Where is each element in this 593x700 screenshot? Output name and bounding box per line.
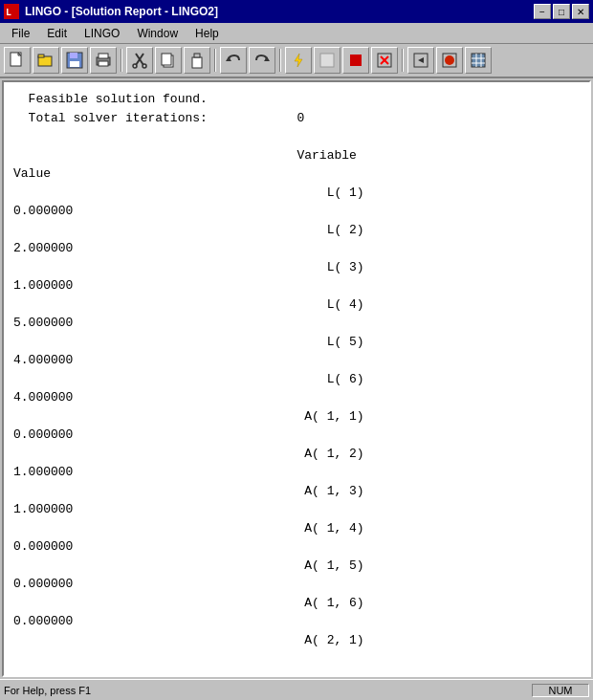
svg-point-14 xyxy=(133,64,137,68)
svg-point-31 xyxy=(445,55,454,65)
separator-3 xyxy=(279,49,281,72)
row-1-val: 0.000000 xyxy=(13,202,580,221)
num-panel: NUM xyxy=(532,684,589,697)
app-icon: L xyxy=(4,4,19,19)
window-controls: − □ ✕ xyxy=(534,4,589,19)
row-13-var: A( 2, 1) xyxy=(13,631,580,650)
title-bar: L LINGO - [Solution Report - LINGO2] − □… xyxy=(0,0,593,23)
options-button[interactable] xyxy=(436,47,463,74)
row-6-var: L( 6) xyxy=(13,370,580,389)
svg-rect-24 xyxy=(350,55,362,66)
col-value: Value xyxy=(13,164,580,184)
separator-4 xyxy=(402,49,404,72)
menu-lingo[interactable]: LINGO xyxy=(77,25,127,42)
menu-edit[interactable]: Edit xyxy=(39,25,75,42)
row-9-var: A( 1, 3) xyxy=(13,482,580,501)
menu-window[interactable]: Window xyxy=(129,25,186,42)
row-2-val: 2.000000 xyxy=(13,239,580,258)
row-3-val: 1.000000 xyxy=(13,276,580,295)
svg-rect-23 xyxy=(320,54,334,67)
export-button[interactable] xyxy=(407,47,434,74)
new-button[interactable] xyxy=(4,47,31,74)
menu-file[interactable]: File xyxy=(4,25,37,42)
title-bar-left: L LINGO - [Solution Report - LINGO2] xyxy=(4,4,218,19)
separator-2 xyxy=(214,49,216,72)
row-10-val: 0.000000 xyxy=(13,537,580,557)
minimize-button[interactable]: − xyxy=(534,4,551,19)
svg-rect-11 xyxy=(99,61,108,66)
row-4-var: L( 4) xyxy=(13,295,580,315)
svg-rect-18 xyxy=(192,57,202,68)
row-8-var: A( 1, 2) xyxy=(13,445,580,464)
row-7-var: A( 1, 1) xyxy=(13,407,580,427)
grid-button[interactable] xyxy=(465,47,492,74)
print-button[interactable] xyxy=(90,47,117,74)
toolbar xyxy=(0,44,593,78)
row-1-var: L( 1) xyxy=(13,184,580,203)
row-5-val: 4.000000 xyxy=(13,351,580,370)
check-button[interactable] xyxy=(314,47,340,74)
svg-rect-17 xyxy=(162,54,171,65)
redo-button[interactable] xyxy=(249,47,275,74)
save-button[interactable] xyxy=(61,47,88,74)
row-6-val: 4.000000 xyxy=(13,388,580,407)
iterations-line: Total solver iterations: 0 xyxy=(13,109,580,128)
row-7-val: 0.000000 xyxy=(13,426,580,445)
status-panels: NUM xyxy=(532,684,589,697)
report-content[interactable]: Feasible solution found. Total solver it… xyxy=(4,82,589,675)
cut-button[interactable] xyxy=(126,47,153,74)
svg-marker-22 xyxy=(295,54,302,67)
svg-text:L: L xyxy=(6,8,11,18)
stop-button[interactable] xyxy=(342,47,369,74)
col-headers: Variable xyxy=(13,146,580,165)
paste-button[interactable] xyxy=(184,47,210,74)
separator-1 xyxy=(121,49,122,72)
menu-help[interactable]: Help xyxy=(187,25,227,42)
close-button[interactable]: ✕ xyxy=(572,4,589,19)
open-button[interactable] xyxy=(33,47,59,74)
feasible-line: Feasible solution found. xyxy=(13,90,580,109)
svg-rect-10 xyxy=(99,54,108,58)
window-title: LINGO - [Solution Report - LINGO2] xyxy=(25,5,218,18)
row-11-val: 0.000000 xyxy=(13,575,580,594)
solve-button[interactable] xyxy=(285,47,312,74)
maximize-button[interactable]: □ xyxy=(553,4,570,19)
menu-bar: File Edit LINGO Window Help xyxy=(0,23,593,44)
help-text: For Help, press F1 xyxy=(4,685,91,696)
row-11-var: A( 1, 5) xyxy=(13,557,580,576)
copy-button[interactable] xyxy=(155,47,182,74)
row-10-var: A( 1, 4) xyxy=(13,519,580,538)
row-5-var: L( 5) xyxy=(13,333,580,352)
svg-rect-8 xyxy=(70,61,79,67)
abort-button[interactable] xyxy=(371,47,398,74)
row-8-val: 1.000000 xyxy=(13,463,580,482)
row-4-val: 5.000000 xyxy=(13,314,580,333)
status-bar: For Help, press F1 NUM xyxy=(0,679,593,700)
svg-rect-5 xyxy=(38,55,44,57)
svg-rect-19 xyxy=(194,54,200,57)
row-2-var: L( 2) xyxy=(13,221,580,240)
svg-rect-7 xyxy=(70,53,77,58)
svg-point-15 xyxy=(143,64,146,68)
report-window: Feasible solution found. Total solver it… xyxy=(2,80,591,677)
undo-button[interactable] xyxy=(220,47,247,74)
row-3-var: L( 3) xyxy=(13,258,580,277)
row-12-var: A( 1, 6) xyxy=(13,594,580,613)
main-area: Feasible solution found. Total solver it… xyxy=(0,78,593,679)
svg-rect-32 xyxy=(472,54,485,67)
row-9-val: 1.000000 xyxy=(13,500,580,519)
row-12-val: 0.000000 xyxy=(13,612,580,631)
